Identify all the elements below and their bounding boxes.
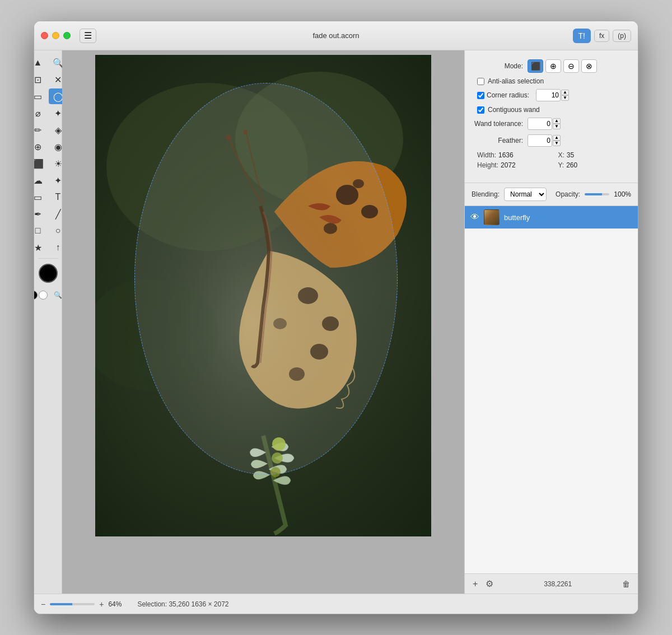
white-swatch[interactable]	[39, 291, 48, 300]
brush-tool[interactable]: ✏	[34, 122, 48, 138]
height-item: Height: 2072	[477, 161, 549, 169]
y-value: 260	[566, 161, 577, 169]
lasso-tool[interactable]: ⌀	[34, 105, 48, 121]
blending-select[interactable]: Normal Multiply Screen Overlay	[504, 188, 547, 201]
feather-stepper: ▲ ▼	[553, 135, 561, 146]
plugin-button[interactable]: (p)	[613, 30, 631, 42]
corner-radius-down[interactable]: ▼	[561, 95, 569, 101]
corner-radius-checkbox[interactable]	[477, 92, 484, 99]
corner-radius-up[interactable]: ▲	[561, 90, 569, 95]
crop-tool[interactable]: ⊡	[34, 72, 48, 87]
fx-button[interactable]: fx	[594, 30, 609, 42]
feather-input-group: 0 ▲ ▼	[528, 134, 561, 147]
stamp-tool[interactable]: ⊕	[34, 139, 48, 155]
anti-alias-row: Anti-alias selection	[473, 77, 630, 85]
anti-alias-label: Anti-alias selection	[488, 77, 544, 85]
titlebar: ☰ fade out.acorn T! fx (p)	[34, 21, 638, 50]
maximize-button[interactable]	[63, 32, 71, 39]
feather-up[interactable]: ▲	[553, 135, 561, 141]
right-panel: Mode: ⬛ ⊕ ⊖ ⊗ Anti-alias selection	[464, 50, 638, 594]
mode-row: Mode: ⬛ ⊕ ⊖ ⊗	[473, 59, 630, 73]
selection-info: Selection: 35,260 1636 × 2072	[137, 600, 228, 608]
mode-intersect-btn[interactable]: ⊗	[581, 59, 597, 73]
contiguous-row: Contiguous wand	[473, 106, 630, 114]
blending-label: Blending:	[472, 190, 500, 198]
opacity-slider[interactable]	[585, 193, 609, 195]
arrow-tool[interactable]: ▲	[34, 55, 48, 71]
layers-list[interactable]: 👁 butterfly	[465, 206, 638, 573]
canvas-area[interactable]	[62, 50, 464, 594]
main-content: ▲ 🔍 ⊡ ✕ ▭ ◯ ⌀ ✦ ✏ ◈ ⊕ ◉	[34, 50, 638, 594]
corner-radius-input[interactable]: 10	[536, 89, 561, 101]
mode-replace-btn[interactable]: ⬛	[528, 59, 543, 73]
blending-bar: Blending: Normal Multiply Screen Overlay…	[465, 183, 638, 206]
x-item: X: 35	[558, 151, 631, 159]
properties-panel: Mode: ⬛ ⊕ ⊖ ⊗ Anti-alias selection	[465, 50, 638, 183]
tool-divider	[38, 258, 58, 259]
wand-tolerance-down[interactable]: ▼	[553, 124, 561, 129]
wand-tolerance-input[interactable]: 0	[528, 118, 552, 130]
zoom-in-button[interactable]: +	[99, 600, 104, 609]
svg-point-19	[118, 122, 398, 525]
gear-button[interactable]: ⚙	[483, 577, 496, 590]
height-value: 2072	[501, 161, 516, 169]
sidebar-icon: ☰	[84, 30, 92, 41]
fill-tool[interactable]: ⬛	[34, 156, 48, 171]
zoom-slider[interactable]	[50, 603, 95, 605]
contiguous-wand-label: Contiguous wand	[488, 106, 540, 114]
star-tool[interactable]: ★	[34, 240, 48, 255]
contiguous-wand-checkbox[interactable]	[477, 106, 484, 114]
opacity-value: 100%	[614, 190, 631, 198]
y-label: Y:	[558, 161, 564, 169]
close-button[interactable]	[41, 32, 48, 39]
rect-select-tool[interactable]: ▭	[34, 88, 48, 104]
zoom-level: 64%	[108, 600, 122, 608]
layer-butterfly[interactable]: 👁 butterfly	[465, 206, 638, 229]
black-swatch[interactable]	[34, 291, 38, 300]
anti-alias-checkbox[interactable]	[477, 78, 484, 85]
left-toolbar: ▲ 🔍 ⊡ ✕ ▭ ◯ ⌀ ✦ ✏ ◈ ⊕ ◉	[34, 50, 62, 594]
mode-subtract-btn[interactable]: ⊖	[563, 59, 579, 73]
wand-tolerance-up[interactable]: ▲	[553, 118, 561, 124]
canvas-container	[95, 55, 431, 536]
width-item: Width: 1636	[477, 151, 549, 159]
footer-coords: 338,2261	[544, 580, 572, 588]
minimize-button[interactable]	[52, 32, 59, 39]
layers-panel: Blending: Normal Multiply Screen Overlay…	[465, 183, 638, 594]
wand-tolerance-row: Wand tolerance: 0 ▲ ▼	[473, 118, 630, 130]
corner-radius-stepper: ▲ ▼	[561, 90, 569, 101]
x-label: X:	[558, 151, 564, 159]
layer-thumbnail	[484, 209, 500, 225]
delete-layer-button[interactable]: 🗑	[620, 578, 632, 590]
wand-tolerance-input-group: 0 ▲ ▼	[528, 118, 561, 130]
height-label: Height:	[477, 161, 498, 169]
canvas-image	[95, 55, 431, 536]
traffic-lights	[41, 32, 71, 39]
rect-path-tool[interactable]: □	[34, 223, 48, 239]
width-value: 1636	[498, 151, 514, 159]
opacity-label: Opacity:	[556, 190, 580, 198]
feather-row: Feather: 0 ▲ ▼	[473, 134, 630, 147]
corner-radius-input-group: 10 ▲ ▼	[536, 89, 569, 101]
text-toolbar-icon: T!	[578, 31, 585, 40]
corner-radius-row: Corner radius: 10 ▲ ▼	[473, 89, 630, 101]
pen-tool[interactable]: ✒	[34, 206, 48, 222]
width-label: Width:	[477, 151, 496, 159]
zoom-out-button[interactable]: −	[41, 600, 45, 609]
rect-shape-tool[interactable]: ▭	[34, 189, 48, 205]
feather-label: Feather:	[473, 137, 523, 144]
layer-name: butterfly	[504, 213, 632, 222]
layer-eye-icon[interactable]: 👁	[470, 212, 479, 222]
mode-add-btn[interactable]: ⊕	[545, 59, 561, 73]
add-layer-button[interactable]: +	[470, 578, 480, 590]
window-title: fade out.acorn	[312, 31, 359, 40]
foreground-color[interactable]	[39, 264, 58, 283]
butterfly-svg	[95, 55, 431, 536]
sidebar-toggle-button[interactable]: ☰	[80, 29, 96, 43]
layers-footer: + ⚙ 338,2261 🗑	[465, 573, 638, 594]
cloud-tool[interactable]: ☁	[34, 172, 48, 188]
feather-input[interactable]: 0	[528, 134, 552, 147]
text-toolbar-button[interactable]: T!	[573, 29, 591, 43]
feather-down[interactable]: ▼	[553, 141, 561, 146]
status-bar: − + 64% Selection: 35,260 1636 × 2072	[34, 594, 638, 614]
